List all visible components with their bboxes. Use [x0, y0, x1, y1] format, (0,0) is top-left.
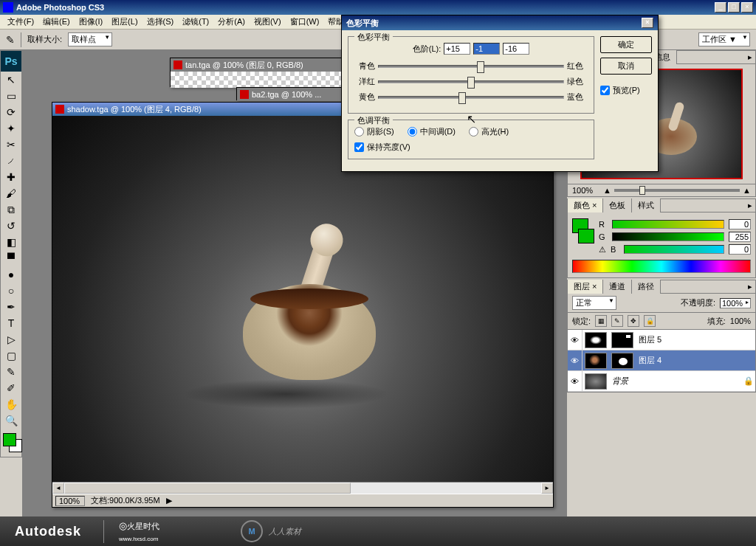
pen-tool[interactable]: ✒	[1, 299, 21, 315]
tone-balance-legend: 色调平衡	[354, 115, 393, 126]
doc-zoom[interactable]: 100%	[55, 496, 85, 506]
hxsd-logo: ◎火星时代www.hxsd.com	[103, 520, 159, 543]
r-slider[interactable]	[612, 220, 724, 229]
tab-swatches[interactable]: 色板	[603, 198, 632, 212]
maximize-button[interactable]: □	[728, 2, 740, 13]
menu-filter[interactable]: 滤镜(T)	[178, 15, 213, 29]
doc-hscroll[interactable]: ◄►	[52, 482, 553, 494]
b-value[interactable]: 0	[729, 244, 751, 255]
panel-menu-icon[interactable]: ▸	[745, 52, 755, 62]
level-yellow-blue-input[interactable]	[503, 43, 529, 55]
preserve-luminosity-checkbox[interactable]: 保持亮度(V)	[354, 142, 588, 153]
minimize-button[interactable]: _	[715, 2, 726, 13]
slider-cyan-red[interactable]: 青色 红色	[354, 61, 588, 72]
tab-color[interactable]: 颜色 ×	[568, 198, 603, 212]
level-magenta-green-input[interactable]	[473, 43, 500, 55]
layer-list: 👁 图层 5 👁 图层 4 👁 背景 🔒	[568, 330, 755, 392]
dialog-titlebar[interactable]: 色彩平衡 ×	[342, 15, 658, 30]
close-button[interactable]: ×	[741, 2, 753, 13]
levels-label: 色阶(L):	[413, 44, 441, 55]
r-value[interactable]: 0	[729, 219, 751, 229]
lock-all-icon[interactable]: 🔒	[644, 315, 656, 327]
wand-tool[interactable]: ✦	[1, 120, 21, 136]
lasso-tool[interactable]: ⟳	[1, 104, 21, 120]
tab-styles[interactable]: 样式	[632, 198, 661, 212]
foreground-color[interactable]	[3, 433, 16, 446]
slider-yellow-blue[interactable]: 黄色 蓝色	[354, 91, 588, 103]
type-tool[interactable]: T	[1, 315, 21, 331]
lock-transparent-icon[interactable]: ▦	[595, 315, 607, 327]
ok-button[interactable]: 确定	[600, 36, 652, 53]
nav-zoom-value[interactable]: 100%	[572, 186, 600, 195]
menu-edit[interactable]: 编辑(E)	[38, 15, 75, 29]
move-tool[interactable]: ↖	[1, 72, 21, 88]
stamp-tool[interactable]: ⧉	[1, 201, 21, 218]
shadows-radio[interactable]: 阴影(S)	[354, 126, 394, 137]
healing-tool[interactable]: ✚	[1, 169, 21, 185]
doc-size: 文档:900.0K/3.95M	[91, 495, 160, 506]
g-value[interactable]: 255	[729, 232, 751, 242]
zoom-in-icon[interactable]: ▲	[743, 186, 751, 195]
fill-value[interactable]: 100%	[730, 317, 751, 325]
g-slider[interactable]	[612, 232, 724, 241]
zoom-out-icon[interactable]: ▲	[603, 186, 611, 195]
menu-analysis[interactable]: 分析(A)	[213, 15, 250, 29]
layer-item[interactable]: 👁 图层 4	[568, 350, 755, 371]
slice-tool[interactable]: ⟋	[1, 153, 21, 169]
opacity-value[interactable]: 100%	[720, 298, 751, 308]
blur-tool[interactable]: ●	[1, 266, 21, 283]
visibility-icon[interactable]: 👁	[568, 350, 583, 370]
dodge-tool[interactable]: ○	[1, 283, 21, 299]
marquee-tool[interactable]: ▭	[1, 88, 21, 104]
menu-layer[interactable]: 图层(L)	[107, 15, 142, 29]
visibility-icon[interactable]: 👁	[568, 330, 583, 350]
history-brush-tool[interactable]: ↺	[1, 218, 21, 234]
tab-layers[interactable]: 图层 ×	[568, 280, 603, 294]
b-slider[interactable]	[624, 245, 724, 254]
menu-select[interactable]: 选择(S)	[142, 15, 179, 29]
visibility-icon[interactable]: 👁	[568, 371, 583, 391]
menu-file[interactable]: 文件(F)	[3, 15, 38, 29]
zoom-tool[interactable]: 🔍	[1, 412, 21, 429]
rrsc-logo: M 人人素材	[241, 520, 301, 542]
preview-checkbox[interactable]: 预览(P)	[600, 85, 652, 96]
layers-panel: 图层 × 通道 路径 ▸ 正常 不透明度: 100% 锁定: ▦ ✎ ✥ 🔒 填…	[567, 280, 756, 393]
hand-tool[interactable]: ✋	[1, 396, 21, 412]
color-fg-bg[interactable]	[572, 217, 594, 257]
dialog-title: 色彩平衡	[346, 18, 379, 29]
doc-ba2-title: ba2.tga @ 100% ...	[252, 90, 321, 99]
panel-menu-icon[interactable]: ▸	[745, 201, 755, 210]
color-swatches[interactable]	[1, 432, 21, 457]
workspace-dropdown[interactable]: 工作区 ▼	[698, 32, 750, 46]
spectrum-bar[interactable]	[572, 260, 751, 273]
brush-tool[interactable]: 🖌	[1, 185, 21, 201]
gradient-tool[interactable]: ▀	[1, 250, 21, 266]
panel-menu-icon[interactable]: ▸	[745, 282, 755, 291]
app-icon	[3, 2, 13, 13]
shape-tool[interactable]: ▢	[1, 348, 21, 364]
menu-image[interactable]: 图像(I)	[75, 15, 107, 29]
notes-tool[interactable]: ✎	[1, 364, 21, 380]
nav-zoom-slider[interactable]	[614, 189, 740, 192]
highlights-radio[interactable]: 高光(H)	[469, 126, 509, 137]
crop-tool[interactable]: ✂	[1, 136, 21, 153]
dialog-close-button[interactable]: ×	[642, 18, 653, 28]
eyedropper-tool[interactable]: ✐	[1, 380, 21, 396]
menu-window[interactable]: 窗口(W)	[286, 15, 324, 29]
midtones-radio[interactable]: 中间调(D)	[408, 126, 456, 137]
blend-mode-dropdown[interactable]: 正常	[572, 296, 616, 310]
level-cyan-red-input[interactable]	[444, 43, 470, 55]
tab-channels[interactable]: 通道	[603, 280, 632, 294]
lock-pixels-icon[interactable]: ✎	[611, 315, 623, 327]
layer-item[interactable]: 👁 图层 5	[568, 330, 755, 350]
sample-size-label: 取样大小:	[27, 34, 62, 45]
slider-magenta-green[interactable]: 洋红 绿色	[354, 76, 588, 87]
menu-view[interactable]: 视图(V)	[250, 15, 286, 29]
layer-item[interactable]: 👁 背景 🔒	[568, 371, 755, 392]
path-tool[interactable]: ▷	[1, 331, 21, 348]
cancel-button[interactable]: 取消	[600, 58, 652, 75]
sample-size-dropdown[interactable]: 取样点	[68, 32, 112, 46]
eraser-tool[interactable]: ◧	[1, 234, 21, 250]
lock-position-icon[interactable]: ✥	[628, 315, 639, 327]
tab-paths[interactable]: 路径	[632, 280, 661, 294]
